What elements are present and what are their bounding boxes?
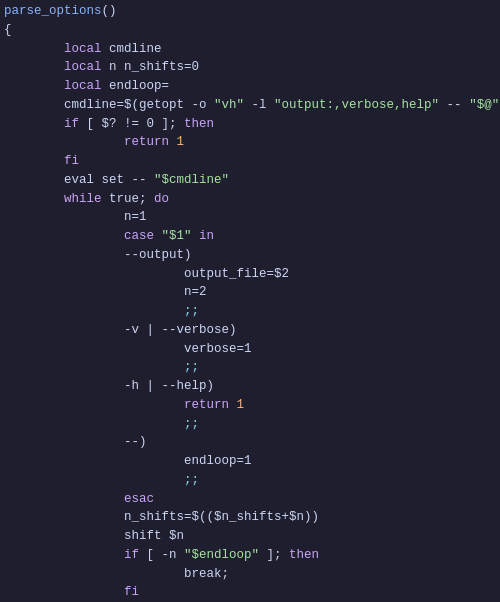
- code-token: return: [4, 133, 177, 152]
- code-token: fi: [124, 583, 139, 602]
- code-line: while true; do: [0, 190, 500, 209]
- code-token: do: [154, 190, 169, 209]
- code-token: [4, 546, 124, 565]
- code-line: endloop=1: [0, 452, 500, 471]
- code-token: fi: [64, 152, 79, 171]
- code-token: 1: [177, 133, 185, 152]
- code-token: [ $? != 0 ];: [79, 115, 184, 134]
- code-line: esac: [0, 490, 500, 509]
- code-token: return: [4, 396, 237, 415]
- code-token: "$cmdline": [154, 171, 229, 190]
- code-token: ;;: [4, 358, 199, 377]
- code-token: [4, 190, 64, 209]
- code-line: local cmdline: [0, 40, 500, 59]
- code-token: [4, 115, 64, 134]
- code-line: {: [0, 21, 500, 40]
- code-token: ];: [259, 546, 289, 565]
- code-token: output_file=$2: [4, 265, 289, 284]
- code-line: ;;: [0, 415, 500, 434]
- code-token: --output): [4, 246, 192, 265]
- code-line: --): [0, 433, 500, 452]
- code-token: eval set --: [4, 171, 154, 190]
- code-token: "output:,verbose,help": [274, 96, 439, 115]
- code-token: "$1": [162, 227, 192, 246]
- code-line: if [ $? != 0 ]; then: [0, 115, 500, 134]
- code-token: true;: [102, 190, 155, 209]
- code-token: n_shifts=$(($n_shifts+$n)): [4, 508, 319, 527]
- code-token: endloop=1: [4, 452, 252, 471]
- code-line: cmdline=$(getopt -o "vh" -l "output:,ver…: [0, 96, 500, 115]
- code-token: in: [199, 227, 214, 246]
- code-line: n=2: [0, 283, 500, 302]
- code-line: ;;: [0, 471, 500, 490]
- code-token: [154, 227, 162, 246]
- code-line: break;: [0, 565, 500, 584]
- code-token: then: [289, 546, 319, 565]
- code-token: parse_options: [4, 2, 102, 21]
- code-line: ;;: [0, 358, 500, 377]
- code-token: {: [4, 21, 12, 40]
- code-line: eval set -- "$cmdline": [0, 171, 500, 190]
- code-token: if: [124, 546, 139, 565]
- code-token: ;;: [4, 415, 199, 434]
- code-token: "vh": [214, 96, 244, 115]
- code-token: 1: [237, 396, 245, 415]
- code-line: if [ -n "$endloop" ]; then: [0, 546, 500, 565]
- code-token: case: [124, 227, 154, 246]
- code-line: case "$1" in: [0, 227, 500, 246]
- code-token: verbose=1: [4, 340, 252, 359]
- code-token: local: [4, 77, 109, 96]
- code-token: local: [4, 58, 109, 77]
- code-token: (): [102, 2, 117, 21]
- code-token: endloop=: [109, 77, 169, 96]
- code-token: -h | --help): [4, 377, 214, 396]
- code-line: n=1: [0, 208, 500, 227]
- code-token: "$@": [469, 96, 499, 115]
- code-token: -l: [244, 96, 274, 115]
- code-token: [192, 227, 200, 246]
- code-line: fi: [0, 583, 500, 602]
- code-token: [4, 152, 64, 171]
- code-line: --output): [0, 246, 500, 265]
- code-token: ;;: [4, 302, 199, 321]
- code-token: "$endloop": [184, 546, 259, 565]
- code-line: verbose=1: [0, 340, 500, 359]
- code-token: esac: [124, 490, 154, 509]
- code-line: local n n_shifts=0: [0, 58, 500, 77]
- code-line: local endloop=: [0, 77, 500, 96]
- code-token: if: [64, 115, 79, 134]
- code-token: cmdline: [109, 40, 162, 59]
- code-token: n=1: [4, 208, 147, 227]
- code-token: --: [439, 96, 469, 115]
- code-line: output_file=$2: [0, 265, 500, 284]
- code-container: parse_options(){ local cmdline local n n…: [0, 0, 500, 602]
- code-token: [4, 583, 124, 602]
- code-token: while: [64, 190, 102, 209]
- code-token: cmdline=$(getopt -o: [4, 96, 214, 115]
- code-token: ;;: [4, 471, 199, 490]
- code-line: return 1: [0, 133, 500, 152]
- code-token: -v | --verbose): [4, 321, 237, 340]
- code-token: [4, 227, 124, 246]
- code-line: return 1: [0, 396, 500, 415]
- code-line: fi: [0, 152, 500, 171]
- code-token: shift $n: [4, 527, 184, 546]
- code-token: break;: [4, 565, 229, 584]
- code-line: -v | --verbose): [0, 321, 500, 340]
- code-line: ;;: [0, 302, 500, 321]
- code-line: shift $n: [0, 527, 500, 546]
- code-token: then: [184, 115, 214, 134]
- code-token: n=2: [4, 283, 207, 302]
- code-token: --): [4, 433, 147, 452]
- code-line: -h | --help): [0, 377, 500, 396]
- code-token: local: [4, 40, 109, 59]
- code-token: n n_shifts=0: [109, 58, 199, 77]
- code-line: n_shifts=$(($n_shifts+$n)): [0, 508, 500, 527]
- code-line: parse_options(): [0, 2, 500, 21]
- code-token: [ -n: [139, 546, 184, 565]
- code-token: [4, 490, 124, 509]
